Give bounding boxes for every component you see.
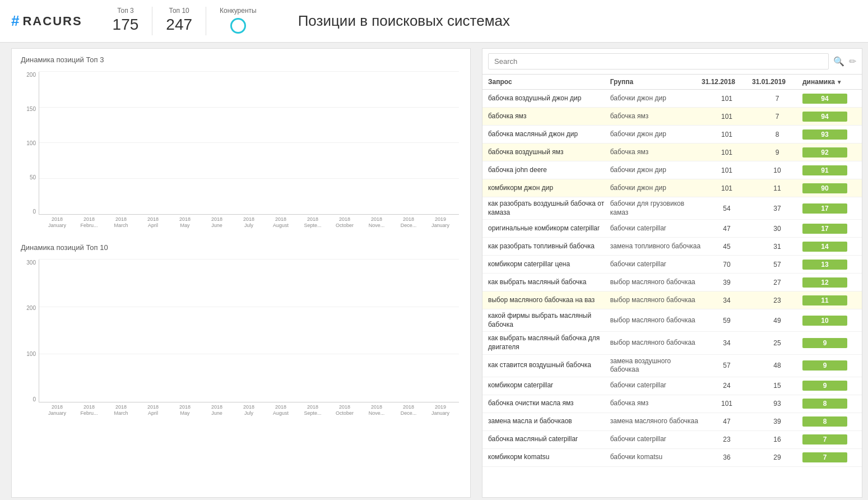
cell-dinamika: 94 (802, 94, 847, 104)
cell-group: выбор масляного бабочкаа (610, 296, 702, 305)
y-label-150: 150 (21, 106, 38, 112)
cell-group: выбор масляного бабочкаа (610, 339, 702, 348)
table-row[interactable]: какой фирмы выбрать масляный бабочка выб… (482, 309, 862, 332)
cell-query: бабочка john deere (488, 166, 610, 175)
table-row[interactable]: как выбрать масляный бабочка для двигате… (482, 332, 862, 354)
cell-date2: 25 (752, 339, 802, 347)
cell-dinamika: 7 (802, 452, 847, 462)
chart-top3-bars (39, 72, 459, 215)
header: # RACURS Топ 3 175 Топ 10 247 Конкуренты… (0, 0, 868, 43)
x-label-9: 2018 October (329, 216, 360, 229)
cell-query: какой фирмы выбрать масляный бабочка (488, 312, 610, 329)
x-label-3: 2018 April (138, 404, 168, 416)
cell-group: замена масляного бабочкаа (610, 417, 702, 426)
cell-date2: 10 (752, 166, 802, 174)
cell-dinamika: 9 (802, 338, 847, 348)
x-label-7: 2018 August (266, 404, 296, 416)
competitors-stat: Конкуренты (206, 7, 270, 35)
table-row[interactable]: бабочка масляный caterpillar бабочки cat… (482, 431, 862, 449)
col-dinamika[interactable]: динамика ▼ (802, 78, 847, 86)
x-label-6: 2018 July (234, 404, 264, 416)
x-label-12: 2019 January (425, 404, 456, 416)
table-header: Запрос Группа 31.12.2018 31.01.2019 дина… (482, 75, 862, 90)
table-row[interactable]: бабочка john deere бабочки джон дир 101 … (482, 161, 862, 179)
table-row[interactable]: комбикорм komatsu бабочки komatsu 36 29 … (482, 449, 862, 467)
table-row[interactable]: комбикорм джон дир бабочки джон дир 101 … (482, 179, 862, 197)
table-row[interactable]: выбор масляного бабочкаа на ваз выбор ма… (482, 291, 862, 309)
cell-date2: 9 (752, 149, 802, 156)
y-label-200: 200 (21, 72, 38, 78)
x-label-8: 2018 Septe... (298, 404, 328, 416)
table-row[interactable]: бабочка воздушный ямз бабочка ямз 101 9 … (482, 143, 862, 161)
cell-group: замена воздушного бабочкаа (610, 357, 702, 374)
cell-group: бабочки джон дир (610, 94, 702, 103)
logo-text: RACURS (22, 14, 82, 29)
top10-label: Топ 10 (166, 7, 192, 15)
table-row[interactable]: комбикорм caterpillar бабочки caterpilla… (482, 377, 862, 395)
left-panel: Динамика позиций Топ 3 0 50 100 150 200 … (11, 48, 471, 498)
logo: # RACURS (11, 12, 82, 30)
cell-query: комбикорм caterpillar цена (488, 260, 610, 269)
cell-group: выбор масляного бабочкаа (610, 316, 702, 325)
table-row[interactable]: как разобрать воздушный бабочка от камаз… (482, 197, 862, 220)
cell-query: как ставится воздушный бабочка (488, 361, 610, 370)
main-content: → Динамика позиций Топ 3 0 50 100 150 20… (0, 43, 868, 500)
cell-date2: 29 (752, 453, 802, 461)
cell-query: бабочка ямз (488, 112, 610, 121)
table-body: бабочка воздушный джон дир бабочки джон … (482, 90, 862, 497)
table-row[interactable]: как ставится воздушный бабочка замена во… (482, 355, 862, 377)
cell-query: замена масла и бабочкаов (488, 417, 610, 426)
table-row[interactable]: как выбрать масляный бабочка выбор масля… (482, 274, 862, 291)
cell-group: бабочки komatsu (610, 453, 702, 462)
table-row[interactable]: оригинальные комбикорм caterpillar бабоч… (482, 220, 862, 238)
table-row[interactable]: бабочка масляный джон дир бабочки джон д… (482, 126, 862, 143)
cell-date1: 101 (702, 95, 752, 103)
top10-stat: Топ 10 247 (152, 7, 206, 35)
x-label-5: 2018 June (202, 404, 232, 416)
x-label-4: 2018 May (170, 216, 200, 229)
cell-dinamika: 7 (802, 434, 847, 445)
search-input[interactable] (488, 53, 829, 70)
col-date1: 31.12.2018 (702, 78, 752, 86)
edit-icon[interactable]: ✏ (849, 56, 856, 67)
stats-group: Топ 3 175 Топ 10 247 Конкуренты (99, 7, 270, 35)
y-label-200b: 200 (21, 305, 38, 311)
x-label-0: 2018 January (42, 404, 72, 416)
search-bar: 🔍 ✏ (482, 49, 862, 75)
cell-group: бабочки джон дир (610, 184, 702, 193)
cell-query: как разобрать топливный бабочка (488, 242, 610, 251)
table-row[interactable]: комбикорм caterpillar цена бабочки cater… (482, 256, 862, 274)
top3-stat: Топ 3 175 (99, 7, 153, 35)
table-row[interactable]: замена масла и бабочкаов замена масляног… (482, 413, 862, 431)
table-row[interactable]: бабочка очистки масла ямз бабочка ямз 10… (482, 395, 862, 413)
logo-hash-icon: # (11, 12, 19, 30)
cell-date1: 54 (702, 205, 752, 212)
cell-date1: 101 (702, 149, 752, 156)
x-label-10: 2018 Nove... (361, 216, 392, 229)
col-query: Запрос (488, 78, 610, 86)
table-row[interactable]: как разобрать топливный бабочка замена т… (482, 238, 862, 256)
table-row[interactable]: бабочка ямз бабочка ямз 101 7 94 (482, 108, 862, 126)
cell-dinamika: 93 (802, 129, 847, 140)
nav-arrow-icon[interactable]: → (0, 266, 2, 280)
y-axis-top3: 0 50 100 150 200 (21, 72, 38, 215)
table-row[interactable]: бабочка воздушный джон дир бабочки джон … (482, 90, 862, 108)
cell-date2: 27 (752, 279, 802, 286)
search-icon[interactable]: 🔍 (833, 56, 844, 67)
competitors-icon (230, 18, 246, 34)
cell-dinamika: 14 (802, 242, 847, 252)
chart-top3-title: Динамика позиций Топ 3 (21, 55, 461, 64)
cell-query: как выбрать масляный бабочка для двигате… (488, 334, 610, 351)
x-label-10: 2018 Nove... (361, 404, 392, 416)
top10-value: 247 (166, 16, 192, 34)
cell-dinamika: 92 (802, 147, 847, 158)
competitors-label: Конкуренты (220, 7, 257, 15)
x-label-1: 2018 Febru... (74, 404, 104, 416)
cell-date2: 7 (752, 95, 802, 103)
cell-date2: 15 (752, 382, 802, 390)
cell-group: замена топливного бабочкаа (610, 242, 702, 251)
cell-date2: 39 (752, 418, 802, 425)
x-label-6: 2018 July (234, 216, 264, 229)
y-label-300b: 300 (21, 260, 38, 266)
x-label-8: 2018 Septe... (298, 216, 328, 229)
